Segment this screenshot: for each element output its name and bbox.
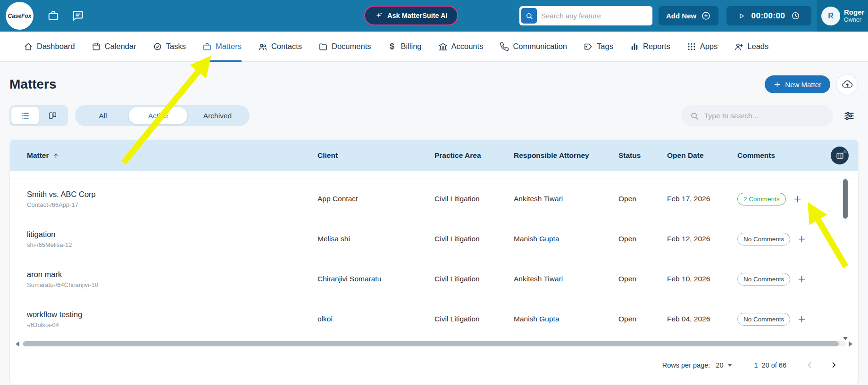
user-menu[interactable]: R Roger Owner — [817, 0, 868, 32]
comments-badge[interactable]: 2 Comments — [737, 193, 786, 205]
nav-item-calendar[interactable]: Calendar — [92, 32, 136, 62]
table-row[interactable]: workflow testing -/63olkoi-04 olkoi Civi… — [10, 299, 858, 339]
scrollbar-track[interactable] — [22, 341, 846, 346]
vertical-scrollbar[interactable] — [843, 141, 849, 340]
rows-per-page-select[interactable]: 20 — [716, 361, 732, 369]
tasks-icon — [153, 42, 162, 51]
scroll-left-arrow-icon[interactable] — [16, 341, 19, 347]
nav-item-reports[interactable]: Reports — [630, 32, 670, 62]
comments-badge[interactable]: No Comments — [737, 273, 790, 286]
casefox-logo[interactable]: CaseFox — [6, 2, 33, 30]
column-header-client[interactable]: Client — [317, 151, 434, 160]
timer-value: 00:00:00 — [751, 11, 785, 21]
list-view-button[interactable] — [11, 107, 39, 124]
column-header-matter[interactable]: Matter — [27, 151, 317, 160]
tab-active[interactable]: Active — [129, 107, 187, 124]
person-plus-icon — [734, 42, 743, 51]
kanban-view-button[interactable] — [39, 107, 66, 124]
main-nav: Dashboard Calendar Tasks Matters Contact… — [0, 32, 868, 62]
horizontal-scrollbar[interactable] — [16, 340, 852, 348]
nav-item-documents[interactable]: Documents — [318, 32, 371, 62]
table-search-input[interactable] — [704, 112, 825, 120]
matters-briefcase-icon — [202, 42, 212, 51]
nav-item-tasks[interactable]: Tasks — [153, 32, 186, 62]
nav-item-accounts[interactable]: Accounts — [438, 32, 484, 62]
status-cell: Open — [618, 195, 667, 203]
scroll-down-arrow-icon[interactable] — [843, 337, 848, 340]
phone-icon — [500, 42, 509, 51]
column-header-attorney[interactable]: Responsible Attorney — [514, 151, 618, 160]
nav-item-dashboard[interactable]: Dashboard — [24, 32, 75, 62]
cloud-upload-button[interactable] — [836, 74, 858, 95]
new-matter-button[interactable]: New Matter — [765, 75, 830, 93]
feature-search — [519, 6, 652, 25]
column-header-practice-area[interactable]: Practice Area — [434, 151, 514, 160]
open-date-cell: Feb 04, 2026 — [667, 315, 737, 323]
filter-settings-button[interactable] — [841, 107, 858, 124]
previous-page-button[interactable] — [802, 358, 817, 372]
comments-badge[interactable]: No Comments — [737, 313, 790, 326]
attorney-cell: Manish Gupta — [514, 315, 618, 323]
scrollbar-thumb[interactable] — [843, 179, 848, 219]
table-row[interactable]: Smith vs. ABC Corp Contact-/66App-17 App… — [10, 179, 858, 219]
scroll-up-arrow-icon[interactable] — [843, 141, 847, 153]
caret-down-icon — [727, 364, 732, 367]
feature-search-input[interactable] — [541, 12, 651, 20]
sparkle-icon — [375, 11, 383, 20]
attorney-cell: Manish Gupta — [514, 235, 618, 243]
nav-item-tags[interactable]: Tags — [584, 32, 613, 62]
add-comment-button[interactable] — [797, 235, 806, 244]
matter-code: Somaratu-/64Chiranjivi-10 — [27, 281, 317, 288]
magnifier-icon — [690, 111, 699, 121]
table-row[interactable]: litigation shi-/65Melisa-12 Melisa shi C… — [10, 219, 858, 259]
add-comment-button[interactable] — [797, 315, 806, 324]
open-date-cell: Feb 12, 2026 — [667, 235, 737, 243]
matter-name: Smith vs. ABC Corp — [27, 190, 317, 199]
matters-table: Matter Client Practice Area Responsible … — [9, 139, 859, 385]
matter-code: Contact-/66App-17 — [27, 201, 317, 208]
add-new-button[interactable]: Add New — [659, 6, 718, 25]
add-comment-button[interactable] — [793, 195, 802, 204]
chat-icon[interactable] — [72, 9, 84, 22]
cloud-upload-icon — [842, 79, 853, 90]
play-icon — [738, 12, 745, 20]
next-page-button[interactable] — [826, 358, 841, 372]
user-name: Roger — [844, 8, 864, 16]
client-cell: Chiranjivi Somaratu — [317, 275, 434, 283]
user-role: Owner — [844, 16, 864, 24]
open-date-cell: Feb 10, 2026 — [667, 275, 737, 283]
view-toggle — [9, 105, 68, 126]
scroll-right-arrow-icon[interactable] — [849, 341, 852, 347]
open-date-cell: Feb 17, 2026 — [667, 195, 737, 203]
scrollbar-thumb[interactable] — [23, 341, 839, 346]
rows-per-page-label: Rows per page: — [662, 361, 710, 369]
briefcase-icon[interactable] — [47, 9, 59, 22]
nav-item-matters[interactable]: Matters — [202, 32, 242, 62]
comments-badge[interactable]: No Comments — [737, 233, 790, 246]
nav-item-contacts[interactable]: Contacts — [258, 32, 302, 62]
nav-item-apps[interactable]: Apps — [687, 32, 718, 62]
nav-item-leads[interactable]: Leads — [734, 32, 768, 62]
tab-all[interactable]: All — [77, 107, 129, 124]
table-row[interactable]: aron mark Somaratu-/64Chiranjivi-10 Chir… — [10, 259, 858, 299]
nav-item-communication[interactable]: Communication — [500, 32, 567, 62]
dollar-icon — [387, 42, 397, 51]
matter-name: workflow testing — [27, 310, 317, 319]
matter-code: -/63olkoi-04 — [27, 321, 317, 328]
tag-icon — [584, 42, 593, 51]
search-icon[interactable] — [521, 8, 537, 24]
status-cell: Open — [618, 315, 667, 323]
table-header-row: Matter Client Practice Area Responsible … — [10, 140, 858, 171]
home-icon — [24, 42, 33, 51]
add-new-label: Add New — [666, 12, 696, 20]
column-header-open-date[interactable]: Open Date — [667, 151, 737, 160]
table-body: Smith vs. ABC Corp Contact-/66App-17 App… — [10, 179, 858, 339]
column-header-status[interactable]: Status — [618, 151, 667, 160]
page-range-label: 1–20 of 66 — [754, 361, 786, 369]
nav-item-billing[interactable]: Billing — [387, 32, 421, 62]
timer-button[interactable]: 00:00:00 — [726, 6, 811, 25]
add-comment-button[interactable] — [797, 275, 806, 284]
ask-mattersuite-ai-button[interactable]: Ask MatterSuite AI — [364, 6, 458, 25]
tab-archived[interactable]: Archived — [187, 107, 248, 124]
matter-name: aron mark — [27, 270, 317, 279]
